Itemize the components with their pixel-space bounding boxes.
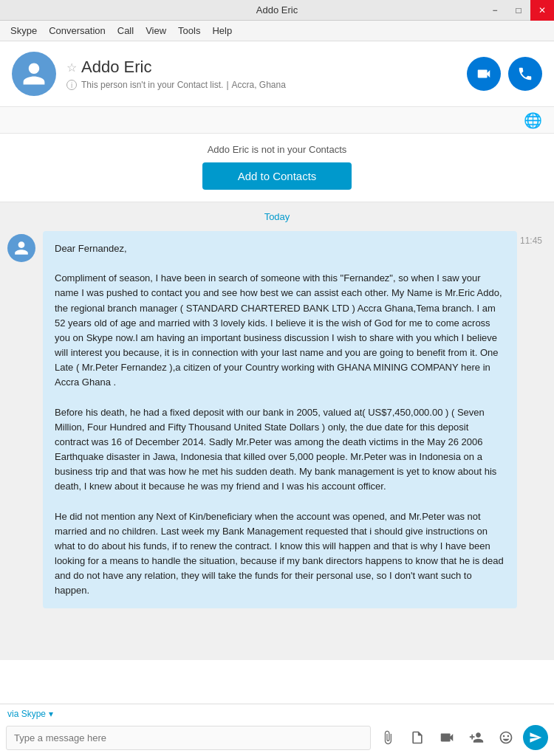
maximize-button[interactable]: □ [507,0,530,21]
profile-actions [467,57,542,91]
profile-status: i This person isn't in your Contact list… [66,80,467,90]
input-area: via Skype ▾ [0,704,554,756]
profile-header: ☆ Addo Eric i This person isn't in your … [0,41,554,107]
call-button[interactable] [508,57,542,91]
send-button[interactable] [523,725,548,750]
minimize-button[interactable]: − [483,0,507,21]
menu-tools[interactable]: Tools [172,22,206,39]
menu-call[interactable]: Call [112,22,140,39]
message-input-row [0,721,554,756]
emoji-button[interactable] [493,725,519,750]
profile-name: Addo Eric [81,58,151,77]
mood-bar: 🌐 [0,107,554,134]
menu-bar: Skype Conversation Call View Tools Help [0,21,554,41]
title-bar: Addo Eric − □ ✕ [0,0,554,21]
send-file-button[interactable] [375,725,400,750]
separator: | [226,80,228,90]
message-row: Dear Fernandez, Compliment of season, I … [0,228,554,611]
chat-area[interactable]: Today Dear Fernandez, Compliment of seas… [0,202,554,660]
globe-icon: 🌐 [524,111,542,129]
message-time: 11:45 [520,236,542,246]
message-bubble: Dear Fernandez, Compliment of season, I … [43,231,517,608]
add-person-button[interactable] [464,725,489,750]
close-button[interactable]: ✕ [530,0,554,21]
title-bar-controls: − □ ✕ [483,0,554,21]
menu-skype[interactable]: Skype [4,22,43,39]
menu-conversation[interactable]: Conversation [43,22,112,39]
date-divider: Today [0,202,554,228]
info-icon: i [66,80,77,90]
avatar [12,52,56,96]
menu-help[interactable]: Help [206,22,238,39]
not-in-contacts-text: Addo Eric is not in your Contacts [208,144,347,155]
add-file-button[interactable] [405,725,430,750]
add-to-contacts-button[interactable]: Add to Contacts [202,162,352,190]
add-contacts-banner: Addo Eric is not in your Contacts Add to… [0,134,554,202]
profile-name-row: ☆ Addo Eric [66,58,467,77]
via-skype-label: via Skype [7,709,46,719]
message-avatar [7,234,35,262]
message-text: Dear Fernandez, Compliment of season, I … [55,241,505,598]
profile-info: ☆ Addo Eric i This person isn't in your … [66,58,467,90]
title-bar-title: Addo Eric [256,4,298,16]
location-text: Accra, Ghana [232,80,286,90]
status-text: This person isn't in your Contact list. [81,80,223,90]
via-skype-bar: via Skype ▾ [0,704,554,721]
dropdown-arrow-icon[interactable]: ▾ [49,709,53,719]
video-button[interactable] [434,725,459,750]
star-icon[interactable]: ☆ [66,61,77,75]
message-input[interactable] [6,726,371,750]
menu-view[interactable]: View [140,22,172,39]
video-call-button[interactable] [467,57,501,91]
